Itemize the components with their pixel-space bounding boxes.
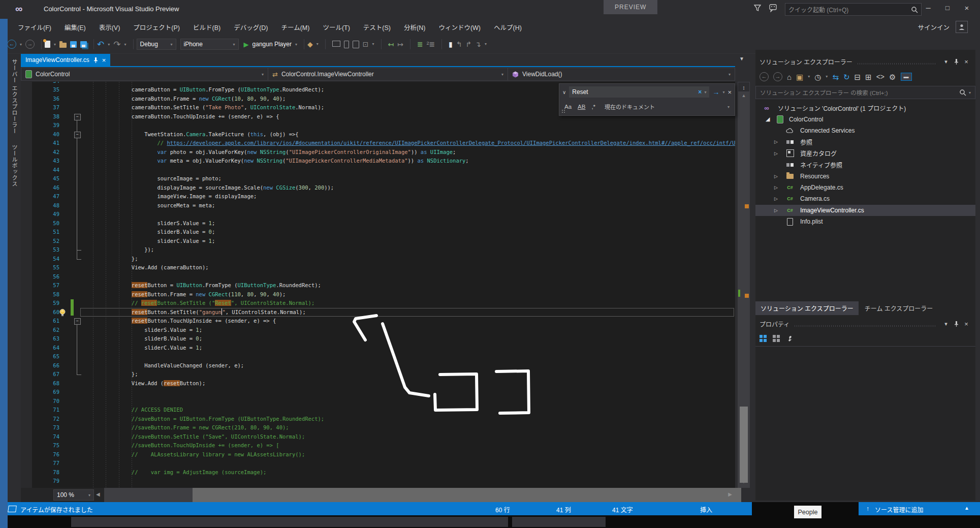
drag-grip[interactable]: [795, 325, 936, 328]
dropdown-icon[interactable]: ▾: [826, 75, 828, 79]
tab-imageviewcontroller[interactable]: ImageViewController.cs ×: [21, 54, 110, 66]
code-line[interactable]: 53 });: [21, 245, 735, 255]
feedback-filter-icon[interactable]: [753, 4, 762, 12]
code-line[interactable]: 77: [21, 459, 735, 468]
ime-people-box[interactable]: People: [794, 506, 821, 518]
document-list-dropdown-icon[interactable]: ▼: [739, 56, 744, 61]
collapse-box-icon[interactable]: −: [74, 132, 81, 138]
code-line[interactable]: 56: [21, 272, 735, 282]
code-line[interactable]: 40 TweetStation.Camera.TakePicture (this…: [21, 130, 735, 139]
tab-team-explorer[interactable]: チーム エクスプローラー: [860, 301, 938, 315]
dropdown-icon[interactable]: ▾: [20, 42, 22, 47]
tree-item--[interactable]: ▷参照: [755, 136, 975, 147]
navigate-back-code-icon[interactable]: ↤: [388, 41, 394, 48]
code-line[interactable]: 66 HandleValueChanged (sender, e);: [21, 361, 735, 370]
code-line[interactable]: 46 displayImage = sourceImage.Scale(new …: [21, 183, 735, 193]
dropdown-icon[interactable]: ▾: [54, 42, 56, 47]
code-line[interactable]: 65: [21, 352, 735, 361]
regex-toggle[interactable]: ,*: [591, 104, 595, 110]
menu-item[interactable]: ヘルプ(H): [487, 20, 528, 34]
dropdown-icon[interactable]: ▾: [372, 42, 374, 46]
search-scope-dropdown[interactable]: 現在のドキュメント: [602, 103, 721, 111]
code-line[interactable]: 64 sliderC.Value = 1;: [21, 344, 735, 353]
clear-bookmark-icon[interactable]: ↴: [475, 41, 481, 48]
menu-item[interactable]: テスト(S): [357, 20, 397, 34]
expand-status-icon[interactable]: ▲: [964, 505, 969, 511]
expand-find-icon[interactable]: ∨: [562, 89, 566, 95]
scope-dropdown-icon[interactable]: ▾: [728, 105, 730, 109]
tab-server-explorer[interactable]: サーバー エクスプローラー: [8, 54, 21, 139]
navigate-forward-icon[interactable]: →: [25, 40, 35, 49]
code-line[interactable]: 78 // var img = AdjustImage (sourceImage…: [21, 468, 735, 477]
menu-item[interactable]: デバッグ(D): [227, 20, 274, 34]
window-position-dropdown-icon[interactable]: ▾: [941, 58, 951, 65]
code-line[interactable]: 49: [21, 210, 735, 219]
menu-item[interactable]: ファイル(F): [11, 20, 58, 34]
scroll-up-icon[interactable]: ▲: [738, 93, 750, 98]
tree-item-info-plist[interactable]: Info.plist: [755, 216, 975, 227]
dropdown-icon[interactable]: ▾: [124, 42, 127, 47]
code-line[interactable]: 57 resetButton = UIButton.FromType (UIBu…: [21, 281, 735, 290]
solution-search-box[interactable]: ソリューション エクスプローラー の検索 (Ctrl+;) ▾: [755, 86, 975, 99]
debug-options-icon[interactable]: ◆: [307, 41, 313, 48]
save-icon[interactable]: [70, 41, 77, 48]
dropdown-icon[interactable]: ▾: [485, 42, 487, 46]
menu-item[interactable]: 表示(V): [92, 20, 127, 34]
code-line[interactable]: 48 sourceMeta = meta;: [21, 201, 735, 210]
scroll-right-icon[interactable]: ▶: [728, 491, 732, 497]
sync-icon[interactable]: ⇆: [832, 73, 839, 81]
code-line[interactable]: 59 // resetButton.SetTitle ("Reset", UIC…: [21, 299, 735, 308]
code-line[interactable]: 44: [21, 166, 735, 175]
menu-item[interactable]: 分析(N): [397, 20, 432, 34]
save-all-icon[interactable]: [80, 41, 87, 48]
code-line[interactable]: 60 resetButton.SetTitle("gangun", UICont…: [21, 308, 735, 317]
expander-icon[interactable]: ▷: [774, 151, 778, 156]
collapse-all-icon[interactable]: ⊟: [855, 73, 861, 81]
navigate-backward-icon[interactable]: ←: [7, 40, 16, 49]
code-line[interactable]: 41 // https://developer.apple.com/librar…: [21, 139, 735, 148]
menu-item[interactable]: ビルド(B): [186, 20, 227, 34]
navigate-fwd-code-icon[interactable]: ↦: [397, 41, 403, 48]
code-line[interactable]: 74 //saveButton.SetTitle ("Save", UICont…: [21, 432, 735, 442]
new-file-icon[interactable]: [45, 41, 50, 48]
tree-item-appdelegate-cs[interactable]: ▷C#AppDelegate.cs: [755, 182, 975, 193]
comment-icon[interactable]: ²≣: [427, 41, 435, 48]
code-line[interactable]: 67 };: [21, 370, 735, 379]
tab-toolbox[interactable]: ツールボックス: [8, 139, 21, 192]
scrollbar-thumb[interactable]: [740, 407, 748, 483]
menu-item[interactable]: ツール(T): [316, 20, 356, 34]
home-icon[interactable]: ⌂: [787, 73, 792, 81]
menu-item[interactable]: 編集(E): [58, 20, 92, 34]
match-case-toggle[interactable]: Aa: [564, 104, 572, 110]
vertical-scrollbar[interactable]: ▲ ▼: [738, 82, 750, 488]
window-position-dropdown-icon[interactable]: ▾: [941, 321, 951, 327]
properties-icon[interactable]: ⚙: [889, 73, 896, 81]
device-monitor-icon[interactable]: [332, 41, 340, 47]
categorized-icon[interactable]: [760, 335, 767, 342]
code-line[interactable]: 69: [21, 388, 735, 397]
find-options-dropdown-icon[interactable]: ▾: [722, 90, 724, 95]
expander-icon[interactable]: ▷: [774, 208, 778, 213]
code-line[interactable]: 61 resetButton.TouchUpInside += (sender,…: [21, 317, 735, 326]
collapse-box-icon[interactable]: −: [74, 318, 81, 325]
whole-word-toggle[interactable]: AB: [578, 104, 585, 110]
user-avatar[interactable]: [956, 21, 968, 33]
drag-handle[interactable]: [561, 109, 565, 113]
clear-search-icon[interactable]: ×: [698, 88, 702, 96]
close-button[interactable]: ×: [958, 0, 975, 15]
code-line[interactable]: 55 View.Add (cameraButton);: [21, 263, 735, 272]
code-line[interactable]: 71 // ACCESS DENIED: [21, 406, 735, 415]
quick-launch-box[interactable]: クイック起動 (Ctrl+Q): [785, 3, 922, 16]
code-editor[interactable]: 3435 cameraButton = UIButton.FromType (U…: [21, 82, 735, 488]
copy-docs-icon[interactable]: ⊞: [865, 73, 872, 81]
pin-icon[interactable]: [93, 57, 98, 63]
tree-item-resources[interactable]: ▷Resources: [755, 170, 975, 181]
device-tablet-icon[interactable]: [353, 41, 359, 48]
tree-item-camera-cs[interactable]: ▷C#Camera.cs: [755, 193, 975, 204]
undo-icon[interactable]: ↶: [97, 40, 104, 49]
code-line[interactable]: 68 View.Add (resetButton);: [21, 379, 735, 388]
close-panel-icon[interactable]: ×: [961, 320, 971, 328]
code-line[interactable]: 58 resetButton.Frame = new CGRect(110, 8…: [21, 290, 735, 299]
tree-item-colorcontrol[interactable]: ◢ColorControl: [755, 113, 975, 125]
code-line[interactable]: 51 sliderB.Value = 0;: [21, 228, 735, 237]
